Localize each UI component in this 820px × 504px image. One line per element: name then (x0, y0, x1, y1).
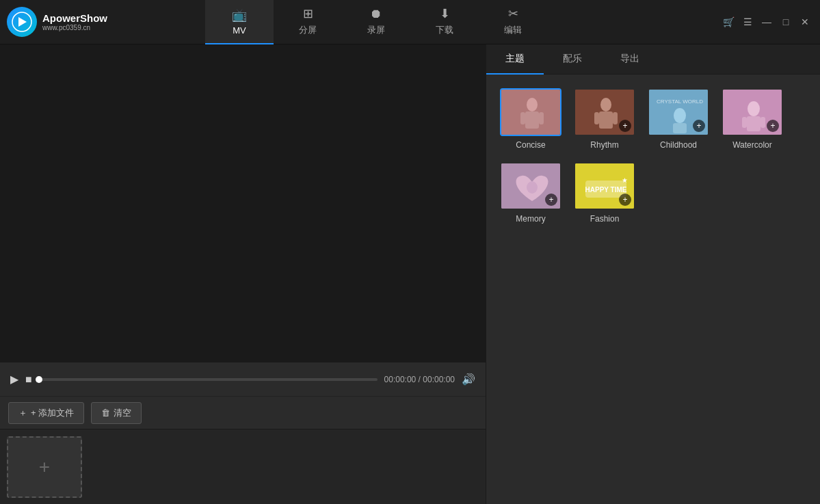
theme-label-fashion: Fashion (590, 214, 620, 224)
minimize-button[interactable]: — (760, 15, 773, 29)
nav-tab-record[interactable]: ⏺ 录屏 (342, 0, 410, 44)
nav-tab-split-label: 分屏 (299, 24, 317, 36)
theme-label-concise: Concise (516, 140, 545, 150)
svg-rect-10 (613, 112, 618, 124)
svg-rect-3 (525, 111, 539, 129)
filmstrip: + (0, 429, 486, 504)
theme-label-memory: Memory (516, 214, 545, 224)
progress-knob (36, 376, 42, 383)
theme-label-rhythm: Rhythm (590, 140, 618, 150)
filmstrip-add-button[interactable]: + (7, 436, 82, 498)
window-controls: 🛒 ☰ — □ ✕ (722, 15, 820, 29)
app-subtitle: www.pc0359.cn (42, 24, 107, 31)
nav-tab-split[interactable]: ⊞ 分屏 (274, 0, 342, 44)
theme-thumb-concise (500, 88, 561, 136)
nav-tab-mv[interactable]: 📺 MV (205, 0, 274, 44)
time-current: 00:00:00 (384, 375, 416, 384)
theme-thumb-childhood: CRYSTAL WORLD + (648, 88, 709, 136)
app-logo (7, 7, 37, 37)
theme-label-watercolor: Watercolor (732, 140, 772, 150)
svg-rect-17 (747, 116, 761, 131)
theme-thumb-rhythm: + (574, 88, 635, 136)
edit-icon: ✂ (508, 6, 518, 21)
rhythm-plus-badge: + (619, 120, 631, 132)
tab-export[interactable]: 导出 (601, 44, 659, 75)
add-file-button[interactable]: ＋ + 添加文件 (8, 402, 84, 424)
theme-thumb-fashion: HAPPY TIME ★ + (574, 162, 635, 210)
svg-rect-4 (520, 112, 525, 124)
fashion-plus-badge: + (619, 194, 631, 206)
svg-text:CRYSTAL WORLD: CRYSTAL WORLD (657, 98, 703, 105)
svg-rect-19 (761, 117, 765, 128)
logo-text: ApowerShow www.pc0359.cn (42, 12, 107, 31)
player-controls: ▶ ■ 00:00:00 / 00:00:00 🔊 (0, 362, 486, 396)
left-panel: ▶ ■ 00:00:00 / 00:00:00 🔊 ＋ + 添加文件 🗑 清空 (0, 44, 486, 504)
app-title: ApowerShow (42, 12, 107, 24)
clear-button[interactable]: 🗑 清空 (91, 402, 142, 424)
file-bar: ＋ + 添加文件 🗑 清空 (0, 396, 486, 429)
time-display: 00:00:00 / 00:00:00 (384, 375, 455, 384)
nav-tab-edit-label: 编辑 (504, 24, 522, 36)
cart-button[interactable]: 🛒 (722, 15, 735, 29)
nav-tabs: 📺 MV ⊞ 分屏 ⏺ 录屏 ⬇ 下载 ✂ 编辑 (205, 0, 722, 44)
nav-tab-record-label: 录屏 (367, 24, 385, 36)
svg-point-16 (748, 101, 760, 116)
theme-item-childhood[interactable]: CRYSTAL WORLD + Childhood (648, 88, 709, 150)
tab-music[interactable]: 配乐 (544, 44, 601, 75)
nav-tab-download[interactable]: ⬇ 下载 (410, 0, 479, 44)
theme-item-watercolor[interactable]: + Watercolor (722, 88, 783, 150)
svg-text:★: ★ (622, 176, 628, 184)
svg-point-13 (674, 108, 686, 123)
childhood-plus-badge: + (693, 120, 705, 132)
titlebar: ApowerShow www.pc0359.cn 📺 MV ⊞ 分屏 ⏺ 录屏 … (0, 0, 820, 44)
svg-point-2 (527, 98, 538, 111)
time-total: 00:00:00 (423, 375, 455, 384)
nav-tab-mv-label: MV (233, 25, 246, 36)
svg-rect-18 (742, 117, 747, 128)
theme-item-memory[interactable]: + Memory (500, 162, 561, 224)
close-button[interactable]: ✕ (798, 15, 812, 29)
list-button[interactable]: ☰ (741, 15, 754, 29)
right-panel: 主题 配乐 导出 (486, 44, 820, 504)
theme-item-fashion[interactable]: HAPPY TIME ★ + Fashion (574, 162, 635, 224)
record-icon: ⏺ (370, 7, 382, 21)
theme-thumb-memory: + (500, 162, 561, 210)
svg-rect-9 (594, 112, 599, 124)
progress-bar[interactable] (39, 378, 378, 381)
watercolor-plus-badge: + (767, 120, 779, 132)
nav-tab-download-label: 下载 (436, 24, 453, 36)
theme-grid: Concise + Rhythm (486, 75, 820, 237)
filmstrip-plus-icon: + (39, 456, 50, 478)
play-button[interactable]: ▶ (10, 373, 18, 386)
theme-item-rhythm[interactable]: + Rhythm (574, 88, 635, 150)
main-content: ▶ ■ 00:00:00 / 00:00:00 🔊 ＋ + 添加文件 🗑 清空 (0, 44, 820, 504)
volume-button[interactable]: 🔊 (462, 373, 475, 386)
clear-label: 清空 (114, 407, 131, 419)
stop-button[interactable]: ■ (25, 373, 32, 386)
logo-area: ApowerShow www.pc0359.cn (0, 7, 205, 37)
svg-rect-8 (599, 111, 613, 129)
theme-item-concise[interactable]: Concise (500, 88, 561, 150)
svg-rect-5 (539, 112, 544, 124)
svg-text:HAPPY TIME: HAPPY TIME (585, 186, 627, 194)
tab-music-label: 配乐 (563, 53, 582, 64)
theme-label-childhood: Childhood (660, 140, 697, 150)
svg-point-21 (527, 181, 538, 194)
tab-theme-label: 主题 (505, 53, 525, 64)
tab-theme[interactable]: 主题 (486, 44, 544, 75)
split-icon: ⊞ (303, 6, 313, 21)
panel-tabs: 主题 配乐 导出 (486, 44, 820, 75)
clear-icon: 🗑 (101, 408, 110, 418)
svg-rect-14 (673, 123, 687, 133)
mv-icon: 📺 (232, 8, 247, 23)
download-icon: ⬇ (440, 6, 450, 21)
theme-thumb-watercolor: + (722, 88, 783, 136)
add-file-icon: ＋ (18, 407, 27, 419)
memory-plus-badge: + (545, 194, 557, 206)
svg-point-7 (600, 98, 611, 111)
nav-tab-edit[interactable]: ✂ 编辑 (479, 0, 547, 44)
tab-export-label: 导出 (620, 53, 639, 64)
maximize-button[interactable]: □ (779, 15, 793, 29)
add-file-label: + 添加文件 (31, 407, 74, 419)
video-preview (0, 44, 486, 362)
